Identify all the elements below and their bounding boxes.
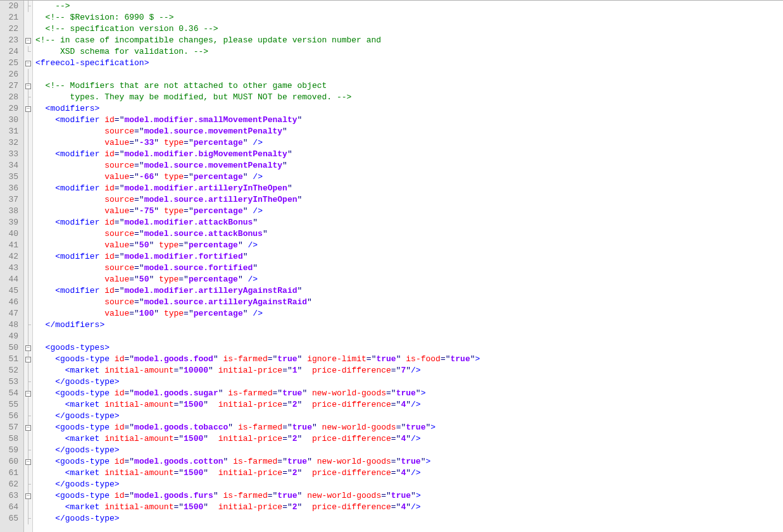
code-line[interactable]: </goods-type> <box>35 513 783 524</box>
code-line[interactable]: value="-66" type="percentage" /> <box>35 171 783 183</box>
code-line[interactable]: <modifier id="model.modifier.artilleryIn… <box>35 183 783 194</box>
code-line[interactable]: <goods-types> <box>35 342 783 354</box>
fold-toggle-icon[interactable]: − <box>25 345 31 351</box>
code-line[interactable]: <freecol-specification> <box>35 58 783 69</box>
fold-marker <box>24 228 32 240</box>
code-line[interactable]: source="model.source.fortified" <box>35 263 783 274</box>
fold-marker[interactable]: − <box>24 80 32 92</box>
line-number: 29 <box>3 103 18 114</box>
line-number: 63 <box>3 490 18 502</box>
code-line[interactable]: <market initial-amount="10000" initial-p… <box>35 365 783 376</box>
fold-marker <box>24 467 32 479</box>
code-line[interactable]: source="model.source.movementPenalty" <box>35 126 783 137</box>
fold-marker[interactable]: − <box>24 490 32 502</box>
fold-toggle-icon[interactable]: − <box>25 84 31 89</box>
code-line[interactable]: <modifier id="model.modifier.smallMoveme… <box>35 114 783 126</box>
code-line[interactable]: value="-75" type="percentage" /> <box>35 206 783 217</box>
code-line[interactable]: </goods-type> <box>35 411 783 422</box>
code-line[interactable]: <goods-type id="model.goods.food" is-far… <box>35 354 783 365</box>
fold-marker[interactable]: − <box>24 103 32 114</box>
line-number: 22 <box>3 23 18 35</box>
code-line[interactable]: value="50" type="percentage" /> <box>35 240 783 251</box>
fold-marker <box>24 240 32 251</box>
code-line[interactable]: value="100" type="percentage" /> <box>35 308 783 319</box>
fold-toggle-icon[interactable]: − <box>25 425 31 431</box>
code-line[interactable]: XSD schema for validation. --> <box>35 46 783 58</box>
fold-marker <box>24 149 32 160</box>
fold-marker[interactable]: − <box>24 388 32 399</box>
code-line[interactable]: value="50" type="percentage" /> <box>35 274 783 285</box>
line-number: 35 <box>3 171 18 183</box>
code-line[interactable]: <modifier id="model.modifier.fortified" <box>35 251 783 263</box>
code-line[interactable]: source="model.source.artilleryInTheOpen" <box>35 194 783 206</box>
fold-marker <box>24 308 32 319</box>
code-line[interactable]: <!-- specification version 0.36 --> <box>35 23 783 35</box>
fold-marker[interactable]: − <box>24 456 32 467</box>
code-line[interactable]: </goods-type> <box>35 376 783 388</box>
code-line[interactable]: <modifier id="model.modifier.bigMovement… <box>35 149 783 160</box>
fold-toggle-icon[interactable]: − <box>25 459 31 465</box>
fold-toggle-icon[interactable]: − <box>25 38 31 44</box>
code-line[interactable]: <goods-type id="model.goods.sugar" is-fa… <box>35 388 783 399</box>
code-line[interactable]: </goods-type> <box>35 479 783 490</box>
fold-marker <box>24 160 32 171</box>
line-number: 57 <box>3 422 18 433</box>
fold-marker <box>24 376 32 388</box>
line-number: 23 <box>3 35 18 46</box>
fold-marker[interactable]: − <box>24 342 32 354</box>
code-line[interactable]: <market initial-amount="1500" initial-pr… <box>35 467 783 479</box>
fold-marker[interactable]: − <box>24 422 32 433</box>
line-number: 61 <box>3 467 18 479</box>
fold-toggle-icon[interactable]: − <box>25 61 31 66</box>
code-line[interactable]: <goods-type id="model.goods.tobacco" is-… <box>35 422 783 433</box>
fold-toggle-icon[interactable]: − <box>25 357 31 362</box>
code-line[interactable]: <modifier id="model.modifier.attackBonus… <box>35 217 783 228</box>
fold-marker <box>24 194 32 206</box>
line-number: 60 <box>3 456 18 467</box>
code-line[interactable]: <goods-type id="model.goods.furs" is-far… <box>35 490 783 502</box>
fold-toggle-icon[interactable]: − <box>25 391 31 397</box>
line-number: 51 <box>3 354 18 365</box>
code-line[interactable]: <modifiers> <box>35 103 783 114</box>
line-number: 46 <box>3 297 18 308</box>
code-line[interactable]: </modifiers> <box>35 319 783 331</box>
line-number: 31 <box>3 126 18 137</box>
fold-toggle-icon[interactable]: − <box>25 493 31 499</box>
code-line[interactable]: source="model.source.attackBonus" <box>35 228 783 240</box>
code-line[interactable] <box>35 69 783 80</box>
code-line[interactable]: <market initial-amount="1500" initial-pr… <box>35 433 783 445</box>
fold-marker <box>24 206 32 217</box>
code-line[interactable]: --> <box>35 1 783 12</box>
line-number: 39 <box>3 217 18 228</box>
code-line[interactable]: <!-- Modifiers that are not attached to … <box>35 80 783 92</box>
fold-marker <box>24 274 32 285</box>
fold-marker[interactable]: − <box>24 35 32 46</box>
code-editor[interactable]: 2021222324252627282930313233343536373839… <box>0 0 783 532</box>
code-line[interactable]: <market initial-amount="1500" initial-pr… <box>35 399 783 411</box>
fold-marker[interactable]: − <box>24 354 32 365</box>
line-number: 56 <box>3 411 18 422</box>
code-line[interactable]: source="model.source.movementPenalty" <box>35 160 783 171</box>
fold-marker[interactable]: − <box>24 58 32 69</box>
code-line[interactable]: <!-- $Revision: 6990 $ --> <box>35 12 783 23</box>
fold-marker <box>24 46 32 58</box>
code-line[interactable]: types. They may be modified, but MUST NO… <box>35 92 783 103</box>
fold-marker <box>24 1 32 12</box>
fold-toggle-icon[interactable]: − <box>25 106 31 112</box>
code-line[interactable]: <market initial-amount="1500" initial-pr… <box>35 502 783 513</box>
code-line[interactable]: </goods-type> <box>35 445 783 456</box>
fold-marker <box>24 183 32 194</box>
line-number: 54 <box>3 388 18 399</box>
code-line[interactable]: <goods-type id="model.goods.cotton" is-f… <box>35 456 783 467</box>
fold-marker <box>24 137 32 149</box>
code-line[interactable]: value="-33" type="percentage" /> <box>35 137 783 149</box>
code-line[interactable]: <modifier id="model.modifier.artilleryAg… <box>35 285 783 297</box>
code-line[interactable] <box>35 331 783 342</box>
code-area[interactable]: --> <!-- $Revision: 6990 $ --> <!-- spec… <box>33 1 783 532</box>
fold-column[interactable]: −−−−−−−−−− <box>24 1 33 532</box>
code-line[interactable]: source="model.source.artilleryAgainstRai… <box>35 297 783 308</box>
code-line[interactable]: <!-- in case of incompatible changes, pl… <box>35 35 783 46</box>
line-number: 32 <box>3 137 18 149</box>
fold-marker <box>24 92 32 103</box>
fold-marker <box>24 433 32 445</box>
